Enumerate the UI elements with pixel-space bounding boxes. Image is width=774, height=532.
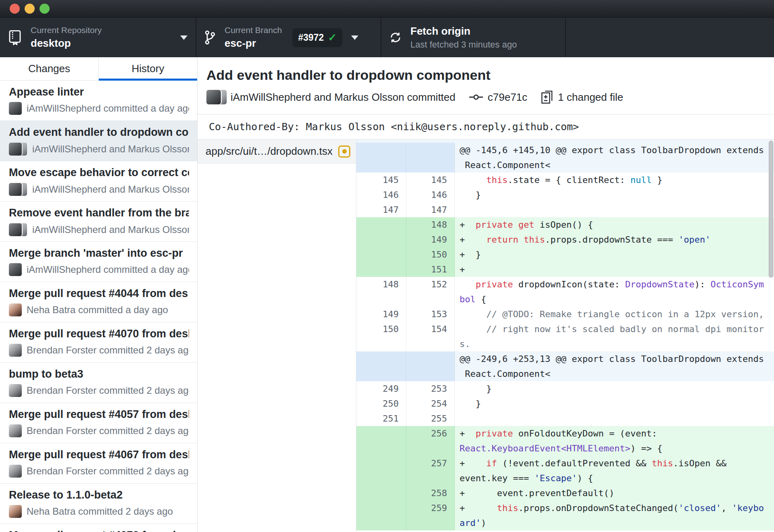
diff-code: } xyxy=(455,187,774,202)
code-segment: + xyxy=(460,428,476,438)
commit-item-byline: Brendan Forster committed 2 days ago xyxy=(9,424,189,437)
diff-code: + } xyxy=(455,247,774,262)
history-commit-item[interactable]: Merge pull request #4067 from desk…Brend… xyxy=(0,443,197,484)
commit-title: Add event handler to dropdown component xyxy=(206,67,774,83)
diff-gutter-new-line-number: 145 xyxy=(406,172,455,187)
diff-gutter-old-line-number xyxy=(356,456,406,486)
pr-number-badge[interactable]: #3972 ✓ xyxy=(292,28,342,47)
diff-code-line: + event.preventDefault() xyxy=(460,486,774,501)
diff-row: 251255 xyxy=(356,411,774,426)
history-commit-item[interactable]: Merge pull request #4044 from des…Neha B… xyxy=(0,282,197,322)
code-segment: (!event.defaultPrevented && xyxy=(497,458,652,468)
history-commit-item[interactable]: Release to 1.1.0-beta2Neha Batra committ… xyxy=(0,484,197,524)
branch-texts: Current Branch esc-pr xyxy=(225,25,282,50)
code-segment: + } xyxy=(460,249,481,260)
commit-item-title: Merge pull request #4057 from desk… xyxy=(9,408,189,421)
repository-label: Current Repository xyxy=(31,25,102,35)
diff-code: + this.props.onDropdownStateChanged('clo… xyxy=(455,501,774,530)
avatar xyxy=(9,465,22,478)
repo-book-icon xyxy=(8,30,22,45)
code-segment: } xyxy=(460,190,481,200)
minimize-window-button[interactable] xyxy=(25,4,35,14)
diff-code-line: + } xyxy=(460,247,774,262)
code-segment: 'closed' xyxy=(678,503,721,513)
diff-row: 149+ return this.props.dropdownState ===… xyxy=(356,232,774,247)
diff-code: + return this.props.dropdownState === 'o… xyxy=(455,232,774,247)
commit-item-byline-text: iAmWillShepherd committed a day ago xyxy=(27,103,189,114)
changed-file-item[interactable]: app/src/ui/t…/dropdown.tsx xyxy=(198,139,356,164)
code-segment: private xyxy=(476,428,513,438)
history-commit-item[interactable]: Merge pull request #4072 from des…Brenda… xyxy=(0,524,197,532)
commit-item-byline-text: Brendan Forster committed 2 days ago xyxy=(27,466,189,477)
code-segment: } xyxy=(460,384,491,394)
commit-item-title: Merge pull request #4070 from desk… xyxy=(9,328,189,340)
diff-code: + xyxy=(455,262,774,277)
diff-gutter-old-line-number: 251 xyxy=(356,411,406,426)
history-commit-item[interactable]: bump to beta3Brendan Forster committed 2… xyxy=(0,363,197,403)
tab-changes[interactable]: Changes xyxy=(0,57,99,80)
diff-gutter-old-line-number: 150 xyxy=(356,322,406,351)
history-commit-item[interactable]: Appease linteriAmWillShepherd committed … xyxy=(0,81,197,121)
avatar xyxy=(9,183,22,196)
diff-code-line xyxy=(460,202,774,217)
diff-code xyxy=(455,202,774,217)
fetch-title: Fetch origin xyxy=(410,25,517,37)
diff-code-line: + this.props.onDropdownStateChanged('clo… xyxy=(460,501,774,515)
commit-meta: iAmWillShepherd and Markus Olsson commit… xyxy=(206,90,774,104)
diff-code-line: + if (!event.defaultPrevented && this.is… xyxy=(460,456,774,471)
history-commit-item[interactable]: Merge pull request #4070 from desk…Brend… xyxy=(0,322,197,363)
code-segment xyxy=(460,279,476,289)
diff-gutter-new-line-number xyxy=(406,143,455,172)
diff-row: 258+ event.preventDefault() xyxy=(356,486,774,501)
content: Changes History Appease linteriAmWillShe… xyxy=(0,57,774,532)
diff-gutter-old-line-number: 145 xyxy=(356,172,406,187)
diff-gutter-old-line-number xyxy=(356,486,406,501)
branch-name: esc-pr xyxy=(225,37,282,50)
diff-gutter-old-line-number xyxy=(356,247,406,262)
current-branch-button[interactable]: Current Branch esc-pr #3972 ✓ xyxy=(196,18,381,57)
commit-item-byline-text: iAmWillShepherd committed a day ago xyxy=(27,264,189,275)
file-diff-icon xyxy=(541,90,553,104)
fetch-origin-button[interactable]: Fetch origin Last fetched 3 minutes ago xyxy=(381,18,566,57)
code-segment: + xyxy=(460,503,497,513)
diff-pane: @@ -145,6 +145,10 @@ export class Toolba… xyxy=(356,139,774,532)
zoom-window-button[interactable] xyxy=(40,4,50,14)
diff-row: 145145 this.state = { clientRect: null } xyxy=(356,172,774,187)
commit-item-byline-text: Neha Batra committed 2 days ago xyxy=(27,506,173,517)
diff-vertical-scrollbar[interactable] xyxy=(769,141,773,278)
diff-row: 257+ if (!event.defaultPrevented && this… xyxy=(356,456,774,486)
diff-row: @@ -249,6 +253,13 @@ export class Toolba… xyxy=(356,351,774,381)
history-commit-item[interactable]: Merge pull request #4057 from desk…Brend… xyxy=(0,403,197,443)
diff-code-line: ard') xyxy=(460,515,774,530)
current-repository-button[interactable]: Current Repository desktop xyxy=(0,18,196,57)
diff-gutter-old-line-number: 147 xyxy=(356,202,406,217)
close-window-button[interactable] xyxy=(10,4,20,14)
code-segment: .state = { clientRect: xyxy=(508,175,630,185)
commit-description: Co-Authored-By: Markus Olsson <niik@user… xyxy=(198,114,774,139)
diff-row: 149153 // @TODO: Remake triangle octicon… xyxy=(356,307,774,322)
diff-gutter-old-line-number xyxy=(356,143,406,172)
code-segment: React.KeyboardEvent<HTMLElement> xyxy=(460,443,630,453)
commit-item-title: Add event handler to dropdown com… xyxy=(9,126,189,139)
code-segment: + xyxy=(460,264,465,274)
code-segment: + event.preventDefault() xyxy=(460,488,614,498)
history-commit-item[interactable]: Add event handler to dropdown com…iAmWil… xyxy=(0,121,197,161)
file-path: app/src/ui/t…/dropdown.tsx xyxy=(206,145,334,158)
code-segment: this xyxy=(652,458,673,468)
diff-row: 150154 // right now it's scaled badly on… xyxy=(356,322,774,351)
history-commit-item[interactable]: Merge branch 'master' into esc-priAmWill… xyxy=(0,242,197,282)
diff-row: 148+ private get isOpen() { xyxy=(356,217,774,232)
diff-code: // right now it's scaled badly on normal… xyxy=(455,322,774,351)
code-segment: , xyxy=(721,503,732,513)
commit-hash[interactable]: c79e71c xyxy=(488,91,527,104)
avatar xyxy=(9,505,22,518)
diff-code: // @TODO: Remake triangle octicon in a 1… xyxy=(455,307,774,322)
history-commit-item[interactable]: Move escape behavior to correct co…iAmWi… xyxy=(0,161,197,202)
commit-item-title: Merge pull request #4067 from desk… xyxy=(9,449,189,461)
diff-row: 249253 } xyxy=(356,381,774,396)
history-commit-item[interactable]: Remove event handler from the bran…iAmWi… xyxy=(0,202,197,242)
branch-label: Current Branch xyxy=(225,25,282,35)
repository-name: desktop xyxy=(31,37,102,50)
tab-history[interactable]: History xyxy=(99,57,197,80)
caret-down-icon xyxy=(351,35,358,40)
